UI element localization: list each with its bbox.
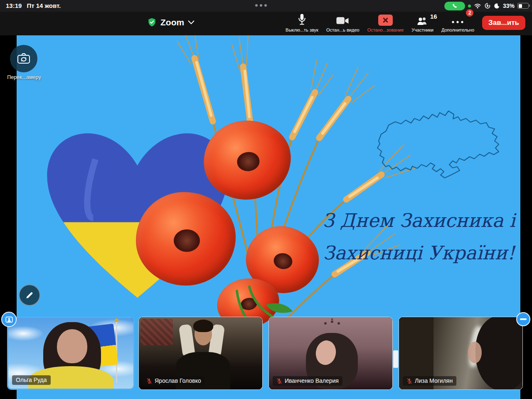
pencil-icon <box>25 290 34 300</box>
participants-count: 16 <box>430 13 437 20</box>
app-name: Zoom <box>160 17 184 27</box>
phone-icon <box>452 3 458 9</box>
zoom-toolbar: Zoom Выклю...ть звук <box>0 12 532 35</box>
participant-name-badge: Ярослав Головко <box>143 376 205 386</box>
greeting-line1: З Днем Захисника і <box>317 204 520 237</box>
switch-camera-button[interactable] <box>10 45 37 72</box>
person-in-frame-icon <box>5 315 14 324</box>
annotate-button[interactable] <box>19 284 40 306</box>
participant-tile-yaroslav[interactable]: Ярослав Головко <box>138 317 263 390</box>
date: Пт 14 жовт. <box>27 2 61 9</box>
battery-percent: 33% <box>503 2 515 9</box>
greeting-text: З Днем Захисника і Захисниці України! <box>317 204 520 269</box>
participant-tile-liza[interactable]: Лиза Могилян <box>399 317 523 390</box>
participant-name: Иванченко Валерия <box>285 377 339 384</box>
participants-button[interactable]: 16 Участники <box>411 13 433 32</box>
meeting-info-button[interactable]: Zoom <box>147 17 195 27</box>
participant-name-badge: Лиза Могилян <box>403 376 456 386</box>
more-dots-icon <box>451 17 464 26</box>
wifi-icon <box>474 3 481 9</box>
more-button[interactable]: 2 Дополнительно <box>441 13 474 32</box>
clock: 13:19 <box>6 2 22 9</box>
mute-button[interactable]: Выклю...ть звук <box>286 13 318 32</box>
participant-name: Ольга Руда <box>16 377 47 383</box>
more-badge: 2 <box>466 9 473 17</box>
mic-off-icon <box>276 378 282 384</box>
participants-strip: Ольга Руда Ярослав Головко <box>0 317 532 390</box>
participant-tile-valeria[interactable]: Иванченко Валерия <box>268 317 393 390</box>
more-label: Дополнительно <box>441 27 474 32</box>
ipad-screen: 13:19 Пт 14 жовт. <box>0 0 532 399</box>
greeting-line2: Захисниці України! <box>317 237 520 269</box>
multitasking-dots-icon[interactable] <box>255 4 267 7</box>
rotation-lock-icon <box>484 2 491 9</box>
focus-moon-icon <box>494 3 500 9</box>
video-camera-icon <box>336 16 350 26</box>
self-view-button[interactable] <box>1 312 17 327</box>
mute-label: Выклю...ть звук <box>286 27 318 32</box>
microphone-icon <box>297 13 307 26</box>
participant-tile-olga[interactable]: Ольга Руда <box>7 317 135 390</box>
participant-name: Ярослав Головко <box>155 377 201 384</box>
participants-icon <box>416 16 429 26</box>
poppy-flower <box>200 116 295 204</box>
battery-icon <box>517 3 529 9</box>
stop-share-button[interactable]: Остано...зование <box>367 13 404 32</box>
camera-indicator-dot <box>468 5 471 7</box>
participants-label: Участники <box>411 27 433 32</box>
status-bar: 13:19 Пт 14 жовт. <box>0 0 532 12</box>
collapse-thumbnails-button[interactable] <box>516 312 530 326</box>
chevron-down-icon <box>188 20 195 25</box>
minus-icon <box>520 318 527 320</box>
security-shield-icon <box>147 17 157 27</box>
stop-share-label: Остано...зование <box>367 27 404 32</box>
stop-share-icon <box>378 15 393 26</box>
switch-camera-label: Перек...амеру <box>0 74 48 80</box>
participant-name: Лиза Могилян <box>415 377 453 384</box>
switch-camera-icon <box>16 51 32 66</box>
participant-name-badge: Иванченко Валерия <box>273 376 342 386</box>
participant-name-badge: Ольга Руда <box>12 375 51 385</box>
stop-video-label: Остан...ь видео <box>326 27 360 32</box>
mic-off-icon <box>146 378 152 384</box>
poppy-flower <box>136 192 236 286</box>
end-meeting-button[interactable]: Зав...ить <box>482 16 525 30</box>
ukraine-map-outline <box>371 101 505 196</box>
stop-video-button[interactable]: Остан...ь видео <box>326 13 360 32</box>
active-call-pill[interactable] <box>444 2 465 10</box>
mic-off-icon <box>406 378 412 384</box>
